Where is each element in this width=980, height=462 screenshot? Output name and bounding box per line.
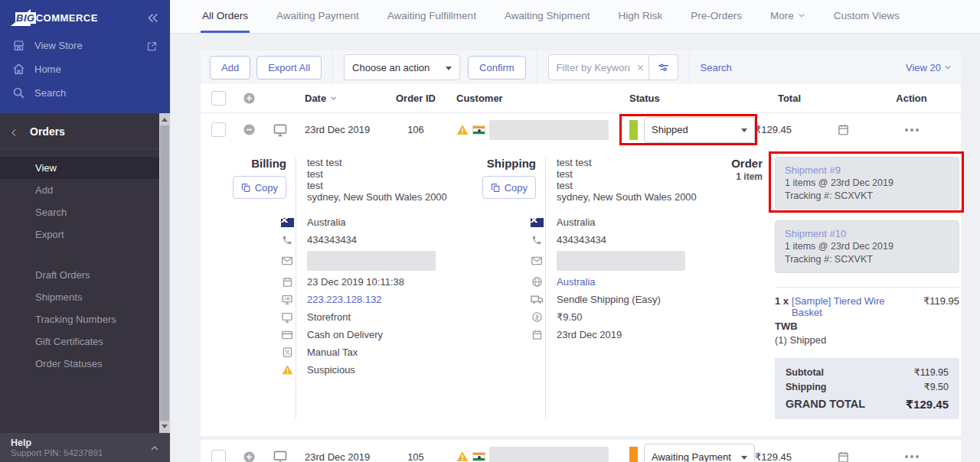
column-header-customer[interactable]: Customer bbox=[450, 93, 626, 104]
product-price: ₹119.95 bbox=[923, 295, 959, 318]
scroll-down-icon[interactable] bbox=[162, 425, 168, 428]
orders-panel: Add Export All Choose an action Confirm … bbox=[201, 50, 961, 462]
shipment-tracking: Tracking #: SCXVKT bbox=[785, 253, 949, 266]
sidebar-item-orders-view[interactable]: View bbox=[0, 157, 170, 179]
product-sku: TWB bbox=[775, 320, 959, 332]
chevron-down-icon bbox=[798, 11, 805, 19]
caret-down-icon bbox=[741, 451, 747, 462]
ip-address-link[interactable]: 223.223.128.132 bbox=[307, 294, 382, 305]
bulk-action-select[interactable]: Choose an action bbox=[344, 54, 460, 80]
status-dropdown[interactable]: Awaiting Payment bbox=[644, 444, 755, 462]
chevron-left-icon[interactable] bbox=[9, 125, 19, 137]
copy-billing-button[interactable]: Copy bbox=[233, 176, 286, 199]
confirm-button[interactable]: Confirm bbox=[468, 56, 526, 80]
sidebar-item-order-statuses[interactable]: Order Statuses bbox=[0, 353, 170, 375]
bigcommerce-logo[interactable]: BIGCOMMERCE bbox=[11, 9, 146, 26]
grand-total-value: ₹129.45 bbox=[906, 397, 949, 412]
row-checkbox[interactable] bbox=[211, 450, 226, 462]
collapse-row-icon[interactable] bbox=[243, 123, 256, 136]
tax-icon bbox=[282, 346, 293, 358]
tax-type: Manual Tax bbox=[307, 346, 358, 358]
chevron-up-icon[interactable] bbox=[150, 442, 159, 454]
tab-awaiting-shipment[interactable]: Awaiting Shipment bbox=[503, 0, 592, 33]
orders-table-header: Date Order ID Customer Status Total Acti… bbox=[201, 84, 961, 113]
expand-all-icon[interactable] bbox=[243, 92, 256, 105]
tab-high-risk[interactable]: High Risk bbox=[616, 0, 664, 33]
keyword-filter-input[interactable] bbox=[548, 54, 649, 80]
sidebar-item-home[interactable]: Home bbox=[0, 57, 170, 81]
shipment-9-link[interactable]: Shipment #9 bbox=[785, 164, 949, 177]
expand-row-icon[interactable] bbox=[243, 451, 256, 462]
copy-shipping-button[interactable]: Copy bbox=[482, 176, 536, 199]
column-header-order-id[interactable]: Order ID bbox=[396, 93, 436, 104]
scrollbar-thumb[interactable] bbox=[160, 125, 169, 421]
nav-label: Search bbox=[34, 87, 66, 99]
product-ship-status: (1) Shipped bbox=[775, 334, 959, 346]
caret-down-icon bbox=[741, 124, 747, 135]
tab-custom-views[interactable]: Custom Views bbox=[832, 0, 901, 33]
order-total: ₹129.45 bbox=[755, 451, 824, 462]
tab-awaiting-fulfillment[interactable]: Awaiting Fulfillment bbox=[386, 0, 478, 33]
logo-rest-text: COMMERCE bbox=[36, 12, 98, 24]
row-actions-menu[interactable] bbox=[862, 455, 961, 458]
sidebar-item-shipments[interactable]: Shipments bbox=[0, 286, 170, 308]
sidebar-item-tracking-numbers[interactable]: Tracking Numbers bbox=[0, 308, 170, 330]
customer-name-redacted bbox=[489, 447, 609, 462]
order-date: 23rd Dec 2019 bbox=[305, 451, 370, 462]
copy-icon bbox=[241, 183, 251, 193]
status-dropdown[interactable]: Shipped bbox=[644, 117, 755, 143]
order-row-106: 23rd Dec 2019 106 Shipped ₹129.45 bbox=[201, 113, 961, 146]
risk-warning-icon bbox=[456, 451, 469, 462]
sidebar-scrollbar[interactable] bbox=[159, 113, 170, 433]
row-actions-menu[interactable] bbox=[862, 129, 961, 132]
order-row-105: 23rd Dec 2019 105 Awaiting Payment ₹129.… bbox=[201, 440, 961, 462]
search-link[interactable]: Search bbox=[701, 62, 732, 73]
tab-more[interactable]: More bbox=[769, 0, 807, 33]
clear-filter-icon[interactable] bbox=[636, 61, 645, 73]
sidebar-orders-section: Orders View Add Search Export Draft Orde… bbox=[0, 113, 170, 433]
ip-address-icon bbox=[281, 294, 293, 306]
order-date: 23rd Dec 2019 bbox=[305, 124, 370, 135]
shipping-zone-link[interactable]: Australia bbox=[557, 276, 596, 288]
sidebar-item-draft-orders[interactable]: Draft Orders bbox=[0, 264, 170, 286]
select-all-checkbox[interactable] bbox=[211, 91, 226, 106]
help-bar[interactable]: Help Support PIN: 54237891 bbox=[0, 433, 170, 462]
copy-icon bbox=[491, 183, 501, 193]
sidebar-item-search[interactable]: Search bbox=[0, 81, 170, 105]
add-order-button[interactable]: Add bbox=[210, 56, 250, 80]
india-flag-icon bbox=[472, 452, 485, 461]
orders-toolbar: Add Export All Choose an action Confirm … bbox=[201, 50, 961, 84]
export-all-button[interactable]: Export All bbox=[256, 56, 322, 80]
sidebar-item-orders-add[interactable]: Add bbox=[0, 179, 170, 201]
shipment-10-link[interactable]: Shipment #10 bbox=[785, 227, 949, 240]
column-header-status[interactable]: Status bbox=[626, 93, 755, 104]
sidebar-item-gift-certificates[interactable]: Gift Certificates bbox=[0, 330, 170, 353]
order-product-line: 1 x [Sample] Tiered Wire Basket ₹119.95 … bbox=[775, 287, 959, 346]
shipping-country: Australia bbox=[557, 216, 596, 228]
email-icon bbox=[281, 255, 293, 267]
risk-flag: Suspicious bbox=[307, 364, 355, 376]
india-flag-icon bbox=[472, 125, 485, 135]
column-header-total[interactable]: Total bbox=[778, 93, 801, 104]
advanced-filter-button[interactable] bbox=[649, 54, 678, 80]
store-icon bbox=[12, 39, 25, 52]
column-header-action[interactable]: Action bbox=[896, 93, 926, 104]
view-per-page-dropdown[interactable]: View 20 bbox=[906, 62, 952, 73]
phone-icon bbox=[282, 235, 292, 246]
email-icon bbox=[531, 255, 543, 267]
sidebar-item-orders-export[interactable]: Export bbox=[0, 223, 170, 246]
row-checkbox[interactable] bbox=[211, 122, 226, 137]
tab-awaiting-payment[interactable]: Awaiting Payment bbox=[275, 0, 361, 33]
tab-all-orders[interactable]: All Orders bbox=[201, 0, 250, 33]
tab-pre-orders[interactable]: Pre-Orders bbox=[689, 0, 743, 33]
shipping-section: Shipping Copy test test test test sydney… bbox=[478, 157, 707, 419]
scroll-up-icon[interactable] bbox=[162, 118, 168, 122]
collapse-sidebar-icon[interactable] bbox=[146, 11, 159, 24]
sidebar-item-view-store[interactable]: View Store bbox=[0, 34, 170, 57]
sidebar-item-orders-search[interactable]: Search bbox=[0, 201, 170, 223]
column-header-date[interactable]: Date bbox=[297, 93, 381, 104]
order-notes-icon[interactable] bbox=[837, 451, 850, 462]
search-icon bbox=[12, 86, 25, 99]
order-notes-icon[interactable] bbox=[837, 123, 850, 136]
product-name-link[interactable]: [Sample] Tiered Wire Basket bbox=[792, 295, 917, 318]
